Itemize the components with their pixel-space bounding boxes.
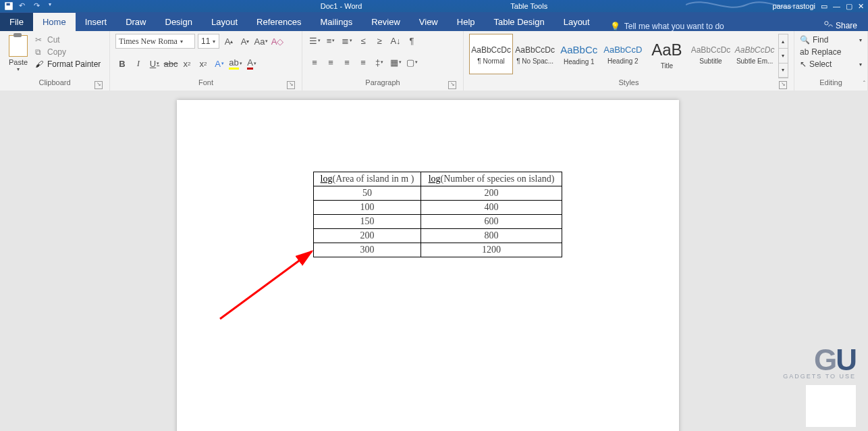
table-cell[interactable]: 150 [314, 215, 421, 229]
align-right-button[interactable]: ≡ [340, 55, 354, 69]
chevron-down-icon[interactable]: ▾ [859, 37, 862, 43]
line-spacing-button[interactable]: ‡▾ [373, 55, 386, 69]
table-cell[interactable]: 400 [421, 201, 562, 215]
share-button[interactable]: Share [823, 20, 857, 31]
chevron-down-icon[interactable]: ▾ [17, 66, 20, 72]
decrease-indent-button[interactable]: ≤ [356, 34, 370, 47]
show-marks-button[interactable]: ¶ [405, 34, 418, 47]
tab-home[interactable]: Home [33, 13, 76, 31]
format-painter-button[interactable]: 🖌Format Painter [35, 59, 101, 69]
cut-button[interactable]: ✂Cut [35, 35, 101, 45]
tab-help[interactable]: Help [447, 13, 485, 31]
scroll-up-icon[interactable]: ▴ [779, 34, 788, 49]
svg-point-2 [825, 22, 828, 25]
align-left-button[interactable]: ≡ [308, 55, 321, 69]
highlight-button[interactable]: ab▾ [229, 57, 242, 70]
tab-draw[interactable]: Draw [116, 13, 155, 31]
justify-button[interactable]: ≡ [356, 55, 370, 69]
tab-table-design[interactable]: Table Design [485, 13, 554, 31]
table-cell[interactable]: 200 [421, 186, 562, 201]
dialog-launcher-icon[interactable]: ↘ [94, 81, 103, 89]
style-title[interactable]: AaBTitle [645, 34, 688, 74]
tab-view[interactable]: View [410, 13, 447, 31]
ribbon-options-icon[interactable]: ▭ [821, 2, 828, 11]
collapse-ribbon-icon[interactable]: ˆ [863, 80, 865, 88]
chevron-down-icon[interactable]: ▾ [180, 39, 183, 45]
style-subtle-em-[interactable]: AaBbCcDcSubtle Em... [733, 34, 777, 74]
strikethrough-button[interactable]: abc [164, 57, 178, 70]
document-area[interactable]: log(Area of island in m )log(Number of s… [0, 91, 868, 431]
scroll-down-icon[interactable]: ▾ [779, 49, 788, 63]
change-case-button[interactable]: Aa▾ [254, 34, 268, 48]
font-color-button[interactable]: A▾ [245, 57, 259, 70]
cut-label: Cut [47, 35, 60, 45]
styles-scroll[interactable]: ▴▾▾ [778, 34, 788, 78]
style-heading-2[interactable]: AaBbCcDHeading 2 [601, 34, 645, 74]
dialog-launcher-icon[interactable]: ↘ [779, 81, 787, 89]
close-icon[interactable]: ✕ [858, 2, 864, 11]
share-label: Share [836, 21, 857, 30]
user-name[interactable]: paras rastogi [772, 2, 815, 10]
style--no-spac-[interactable]: AaBbCcDc¶ No Spac... [513, 34, 557, 74]
font-name-combo[interactable]: Times New Roma▾ [115, 34, 195, 49]
multilevel-button[interactable]: ≣▾ [340, 34, 354, 47]
table-header[interactable]: log(Number of species on island) [421, 172, 562, 186]
document-table[interactable]: log(Area of island in m )log(Number of s… [313, 172, 562, 257]
chevron-down-icon[interactable]: ▾ [859, 61, 862, 68]
minimize-icon[interactable]: — [833, 2, 840, 10]
tab-insert[interactable]: Insert [76, 13, 117, 31]
dialog-launcher-icon[interactable]: ↘ [287, 81, 295, 89]
maximize-icon[interactable]: ▢ [846, 2, 852, 11]
tab-review[interactable]: Review [362, 13, 410, 31]
tell-me-box[interactable]: 💡 Tell me what you want to do [610, 22, 724, 31]
svg-line-3 [220, 251, 312, 319]
undo-icon[interactable]: ↶ [19, 1, 28, 11]
table-cell[interactable]: 300 [314, 243, 421, 257]
align-center-button[interactable]: ≡ [324, 55, 337, 69]
bold-button[interactable]: B [115, 57, 129, 70]
page[interactable]: log(Area of island in m )log(Number of s… [177, 100, 679, 431]
shrink-font-button[interactable]: A▾ [238, 34, 252, 48]
style--normal[interactable]: AaBbCcDc¶ Normal [469, 34, 513, 74]
table-cell[interactable]: 600 [421, 215, 562, 229]
table-cell[interactable]: 50 [314, 186, 421, 201]
replace-button[interactable]: abReplace [800, 47, 862, 57]
subscript-button[interactable]: x2 [180, 57, 194, 70]
dialog-launcher-icon[interactable]: ↘ [448, 81, 456, 89]
text-effects-button[interactable]: A▾ [213, 57, 226, 70]
redo-icon[interactable]: ↷ [34, 1, 43, 11]
superscript-button[interactable]: x2 [196, 57, 210, 70]
paste-button[interactable]: Paste ▾ [5, 34, 31, 78]
chevron-down-icon[interactable]: ▾ [213, 39, 215, 45]
find-button[interactable]: 🔍Find▾ [800, 35, 862, 45]
grow-font-button[interactable]: A▴ [222, 34, 236, 48]
font-size-combo[interactable]: 11▾ [198, 34, 219, 49]
expand-gallery-icon[interactable]: ▾ [779, 64, 788, 78]
table-cell[interactable]: 100 [314, 201, 421, 215]
table-cell[interactable]: 1200 [421, 243, 562, 257]
style-subtitle[interactable]: AaBbCcDcSubtitle [688, 34, 732, 74]
borders-button[interactable]: ▢▾ [405, 55, 418, 69]
select-button[interactable]: ↖Select▾ [800, 59, 862, 69]
tab-design[interactable]: Design [156, 13, 202, 31]
group-label: Font [198, 78, 213, 86]
table-cell[interactable]: 800 [421, 229, 562, 243]
tab-layout[interactable]: Layout [202, 13, 247, 31]
underline-button[interactable]: U▾ [148, 57, 161, 70]
save-icon[interactable] [4, 1, 13, 11]
italic-button[interactable]: I [132, 57, 145, 70]
tab-layout[interactable]: Layout [554, 13, 599, 31]
tab-mailings[interactable]: Mailings [311, 13, 362, 31]
qat-dropdown-icon[interactable]: ▾ [49, 1, 58, 11]
tab-file[interactable]: File [0, 13, 33, 31]
tab-references[interactable]: References [247, 13, 310, 31]
table-header[interactable]: log(Area of island in m ) [314, 172, 421, 186]
style-heading-1[interactable]: AaBbCcHeading 1 [557, 34, 601, 74]
shading-button[interactable]: ▦▾ [389, 55, 402, 69]
sort-button[interactable]: A↓ [389, 34, 402, 47]
clear-formatting-button[interactable]: A◇ [271, 34, 284, 48]
increase-indent-button[interactable]: ≥ [373, 34, 386, 47]
table-cell[interactable]: 200 [314, 229, 421, 243]
numbering-button[interactable]: ≡▾ [324, 34, 337, 47]
bullets-button[interactable]: ☰▾ [308, 34, 321, 47]
